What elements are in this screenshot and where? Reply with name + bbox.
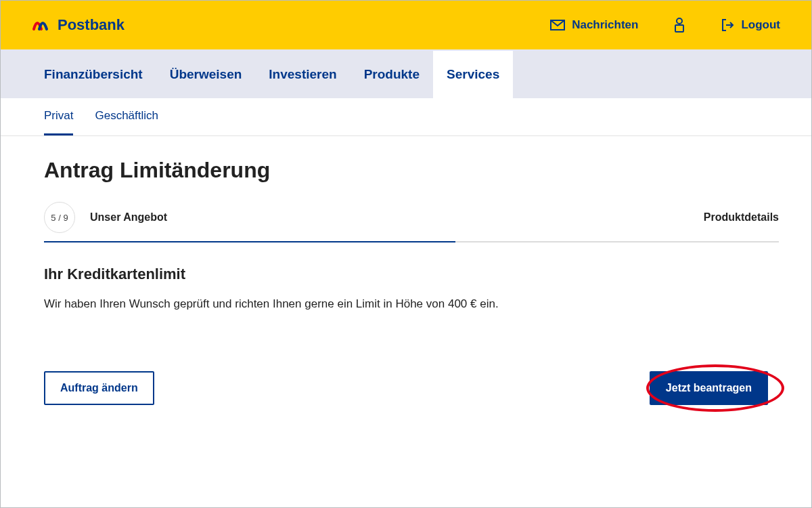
nav-ueberweisen[interactable]: Überweisen [156, 51, 256, 98]
profile-link[interactable] [673, 18, 685, 33]
action-row: Auftrag ändern Jetzt beantragen [44, 371, 779, 405]
progress-bar [44, 241, 779, 242]
product-details-link[interactable]: Produktdetails [704, 211, 779, 224]
top-links: Nachrichten Logout [550, 18, 780, 33]
nav-produkte[interactable]: Produkte [351, 51, 433, 98]
nav-finanzuebersicht[interactable]: Finanzübersicht [32, 51, 156, 98]
top-bar: Postbank Nachrichten Logout [1, 1, 811, 49]
section-body: Wir haben Ihren Wunsch geprüft und richt… [44, 295, 779, 313]
step-badge: 5 / 9 [44, 202, 75, 233]
step-name: Unser Angebot [90, 211, 167, 224]
subtab-privat[interactable]: Privat [44, 98, 73, 135]
user-icon [673, 18, 685, 33]
content: Antrag Limitänderung 5 / 9 Unser Angebot… [1, 136, 811, 405]
svg-point-1 [677, 18, 682, 24]
page-title: Antrag Limitänderung [44, 158, 779, 183]
main-nav: Finanzübersicht Überweisen Investieren P… [1, 49, 811, 98]
sub-nav: Privat Geschäftlich [1, 98, 811, 136]
logout-link[interactable]: Logout [721, 18, 780, 32]
mail-icon [550, 20, 565, 30]
brand[interactable]: Postbank [32, 16, 125, 35]
logout-label: Logout [741, 18, 780, 32]
progress-fill [44, 241, 455, 242]
logout-icon [721, 18, 734, 32]
brand-name: Postbank [58, 16, 125, 34]
messages-link[interactable]: Nachrichten [550, 18, 638, 32]
apply-now-button[interactable]: Jetzt beantragen [650, 371, 768, 405]
step-left: 5 / 9 Unser Angebot [44, 202, 167, 233]
nav-services[interactable]: Services [433, 51, 513, 98]
svg-rect-2 [675, 25, 683, 32]
messages-label: Nachrichten [572, 18, 638, 32]
postbank-logo-icon [32, 16, 51, 35]
step-row: 5 / 9 Unser Angebot Produktdetails [44, 202, 779, 233]
offer-section: Ihr Kreditkartenlimit Wir haben Ihren Wu… [44, 242, 779, 313]
nav-investieren[interactable]: Investieren [255, 51, 350, 98]
subtab-geschaeftlich[interactable]: Geschäftlich [95, 98, 158, 135]
section-title: Ihr Kreditkartenlimit [44, 266, 779, 283]
change-order-button[interactable]: Auftrag ändern [44, 371, 154, 405]
